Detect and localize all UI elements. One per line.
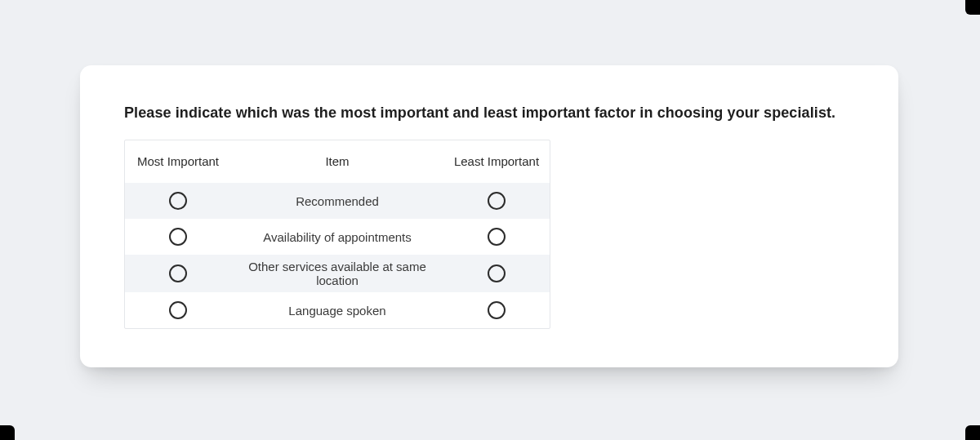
survey-card: Please indicate which was the most impor…	[80, 65, 898, 367]
header-label: Most Important	[137, 154, 219, 170]
radio-most[interactable]	[169, 228, 187, 246]
radio-least[interactable]	[488, 192, 506, 210]
item-label: Language spoken	[288, 304, 385, 318]
grid-row: Recommended	[125, 183, 550, 219]
cell-item: Recommended	[231, 189, 443, 213]
cell-most	[125, 260, 231, 287]
cell-item: Language spoken	[231, 299, 443, 322]
cell-most	[125, 223, 231, 251]
grid-row: Language spoken	[125, 292, 550, 328]
header-label: Item	[325, 154, 349, 170]
radio-most[interactable]	[169, 192, 187, 210]
question-text: Please indicate which was the most impor…	[124, 104, 854, 122]
grid-row: Other services available at same locatio…	[125, 255, 550, 292]
radio-most[interactable]	[169, 264, 187, 282]
item-label: Availability of appointments	[263, 230, 412, 244]
cell-most	[125, 187, 231, 215]
corner-decor	[965, 0, 980, 15]
item-label: Recommended	[296, 194, 379, 208]
cell-least	[443, 296, 550, 324]
header-least-important: Least Important	[443, 149, 550, 175]
stage: Please indicate which was the most impor…	[0, 0, 980, 440]
header-label: Least Important	[454, 154, 539, 170]
cell-most	[125, 296, 231, 324]
cell-item: Other services available at same locatio…	[231, 255, 443, 292]
corner-decor	[965, 425, 980, 440]
corner-decor	[0, 425, 15, 440]
cell-least	[443, 223, 550, 251]
radio-least[interactable]	[488, 301, 506, 319]
cell-item: Availability of appointments	[231, 225, 443, 249]
cell-least	[443, 260, 550, 287]
item-label: Other services available at same locatio…	[239, 260, 435, 287]
header-most-important: Most Important	[125, 149, 231, 175]
maxdiff-grid: Most Important Item Least Important Reco…	[124, 140, 550, 329]
radio-least[interactable]	[488, 228, 506, 246]
grid-row: Availability of appointments	[125, 219, 550, 255]
header-item: Item	[231, 149, 443, 175]
grid-header: Most Important Item Least Important	[125, 140, 550, 183]
radio-most[interactable]	[169, 301, 187, 319]
cell-least	[443, 187, 550, 215]
radio-least[interactable]	[488, 264, 506, 282]
